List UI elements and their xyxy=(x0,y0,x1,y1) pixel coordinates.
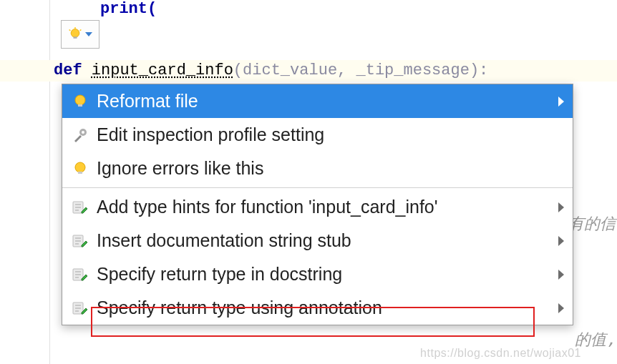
menu-item-label: Specify return type using annotation xyxy=(97,297,558,318)
svg-point-6 xyxy=(75,162,85,172)
function-params: (dict_value, _tip_message): xyxy=(233,62,488,79)
code-line-def: def input_card_info(dict_value, _tip_mes… xyxy=(0,60,617,82)
pencil-page-icon xyxy=(72,300,89,317)
menu-item-add-type-hints[interactable]: Add type hints for function 'input_card_… xyxy=(62,190,573,224)
function-name: input_card_info xyxy=(92,62,233,79)
pencil-page-icon xyxy=(72,199,89,216)
watermark: https://blog.csdn.net/wojiax01 xyxy=(420,347,581,360)
menu-separator xyxy=(62,187,573,188)
menu-item-label: Edit inspection profile setting xyxy=(97,124,564,145)
gutter xyxy=(0,0,50,364)
lightbulb-icon xyxy=(72,93,89,110)
menu-item-return-type-docstring[interactable]: Specify return type in docstring xyxy=(62,257,573,291)
menu-item-edit-inspection-profile[interactable]: Edit inspection profile setting xyxy=(62,118,573,152)
chevron-down-icon xyxy=(85,32,92,36)
menu-item-label: Insert documentation string stub xyxy=(97,230,558,251)
menu-item-label: Specify return type in docstring xyxy=(97,264,558,285)
menu-item-ignore-errors[interactable]: Ignore errors like this xyxy=(62,152,573,185)
submenu-arrow-icon xyxy=(558,202,564,212)
keyword-print: print( xyxy=(100,0,157,18)
intention-hint-button[interactable] xyxy=(61,20,99,49)
keyword-def: def xyxy=(54,62,82,79)
svg-rect-1 xyxy=(74,36,77,39)
menu-item-insert-doc-stub[interactable]: Insert documentation string stub xyxy=(62,224,573,257)
svg-point-5 xyxy=(82,131,84,134)
code-line-print: print( xyxy=(100,0,157,18)
svg-point-2 xyxy=(75,95,85,105)
menu-item-label: Ignore errors like this xyxy=(97,158,564,179)
background-comment-1: 有的信 xyxy=(568,213,616,235)
editor-area: print( − def input_card_info(dict_value,… xyxy=(0,0,617,364)
submenu-arrow-icon xyxy=(558,270,564,280)
lightbulb-icon xyxy=(68,27,82,41)
wrench-gear-icon xyxy=(72,127,89,144)
svg-rect-7 xyxy=(78,172,82,174)
menu-item-return-type-annotation[interactable]: Specify return type using annotation xyxy=(62,291,573,325)
menu-item-label: Add type hints for function 'input_card_… xyxy=(97,197,558,217)
menu-item-reformat-file[interactable]: Reformat file xyxy=(62,84,573,118)
svg-rect-3 xyxy=(78,104,82,107)
svg-point-0 xyxy=(71,29,79,38)
menu-item-label: Reformat file xyxy=(97,91,558,112)
submenu-arrow-icon xyxy=(558,236,564,246)
intention-actions-popup: Reformat file Edit inspection profile se… xyxy=(62,84,573,325)
submenu-arrow-icon xyxy=(558,303,564,313)
lightbulb-icon xyxy=(72,160,89,177)
submenu-arrow-icon xyxy=(558,97,564,107)
pencil-page-icon xyxy=(72,232,89,250)
pencil-page-icon xyxy=(72,266,89,283)
